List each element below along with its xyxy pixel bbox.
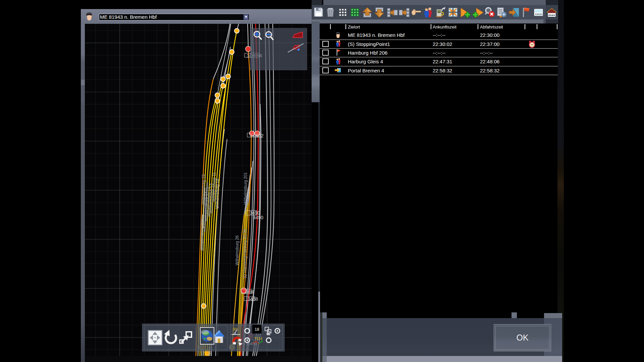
svg-text:92: 92 xyxy=(256,133,261,138)
svg-text:TS14: TS14 xyxy=(254,337,262,341)
svg-text:3490: 3490 xyxy=(253,215,263,220)
svg-text:18: 18 xyxy=(255,327,259,332)
svg-text:30°: 30° xyxy=(233,327,238,331)
svg-text:3488: 3488 xyxy=(245,289,254,294)
svg-text:Wilhelmsburg 15: Wilhelmsburg 15 xyxy=(201,174,206,204)
svg-text:92 Hamburg-Harburg 25 26: 92 Hamburg-Harburg 25 26 xyxy=(243,229,248,278)
svg-text:Wilhelmsburg 26: Wilhelmsburg 26 xyxy=(235,235,239,265)
svg-text:3: 3 xyxy=(247,53,249,58)
svg-text:Wilhelmsburg 203: Wilhelmsburg 203 xyxy=(200,219,205,251)
svg-text:3488: 3488 xyxy=(248,296,258,302)
svg-text:Wilhelmsburg 201: Wilhelmsburg 201 xyxy=(243,172,248,204)
svg-text:2: 2 xyxy=(261,133,264,138)
